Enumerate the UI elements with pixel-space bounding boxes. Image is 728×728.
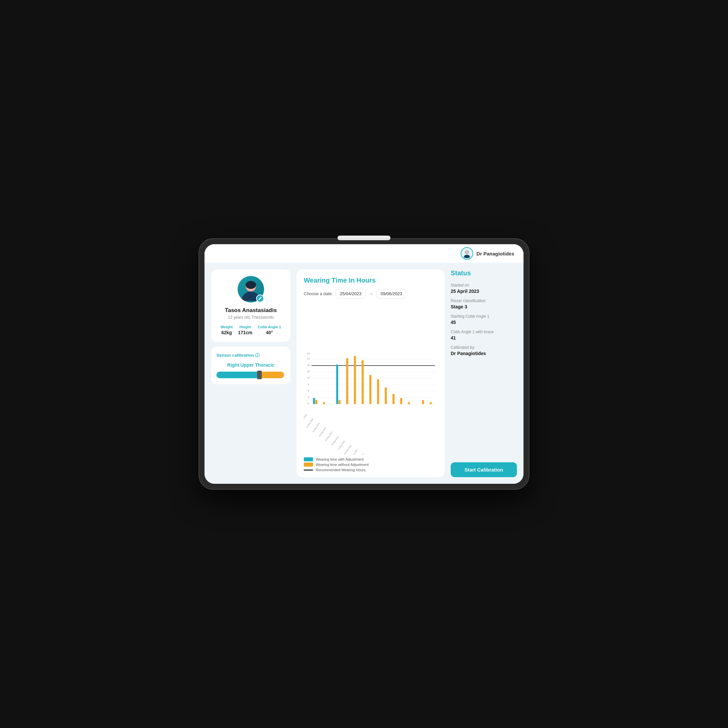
svg-rect-29 xyxy=(336,365,338,404)
started-label: Started on xyxy=(451,283,517,288)
svg-rect-27 xyxy=(315,400,317,404)
status-calibrated: Calibrated by: Dr Panagiotides xyxy=(451,345,517,356)
stat-weight: Weight 62kg xyxy=(221,325,232,335)
svg-text:22 May 2023: 22 May 2023 xyxy=(338,440,346,450)
cobb-start-value: 45 xyxy=(451,320,517,325)
svg-rect-32 xyxy=(354,356,356,404)
legend-teal: Wearing time with Adjustment xyxy=(304,457,437,461)
chart-legend: Wearing time with Adjustment Wearing tim… xyxy=(304,457,437,472)
sensor-region: Right Upper Thoracic xyxy=(216,362,285,368)
svg-rect-39 xyxy=(408,402,410,404)
legend-black: Recommended Wearing Hours xyxy=(304,468,437,472)
status-section: Status Started on 25 April 2023 Risser c… xyxy=(451,269,517,361)
svg-text:16 May 2023: 16 May 2023 xyxy=(324,431,333,441)
svg-point-3 xyxy=(464,255,470,258)
risser-value: Stage 3 xyxy=(451,304,517,309)
started-value: 25 April 2023 xyxy=(451,289,517,294)
svg-text:13 May 2023: 13 May 2023 xyxy=(318,427,326,437)
svg-text:6: 6 xyxy=(308,390,309,392)
svg-text:21: 21 xyxy=(307,357,310,360)
legend-teal-color xyxy=(304,457,313,461)
svg-rect-37 xyxy=(393,394,395,404)
svg-rect-30 xyxy=(338,400,341,404)
legend-orange: Wearing time without Adjustment xyxy=(304,463,437,466)
stat-height: Height 171cm xyxy=(238,325,252,335)
svg-text:07 May 2023: 07 May 2023 xyxy=(306,418,314,428)
right-panel: Status Started on 25 April 2023 Risser c… xyxy=(451,269,517,477)
legend-orange-label: Wearing time without Adjustment xyxy=(316,463,369,466)
svg-text:10 May 2023: 10 May 2023 xyxy=(312,422,320,433)
right-panel-inner: Status Started on 25 April 2023 Risser c… xyxy=(451,269,517,477)
status-started: Started on 25 April 2023 xyxy=(451,283,517,294)
svg-rect-40 xyxy=(422,400,424,404)
svg-text:12: 12 xyxy=(307,376,310,379)
svg-text:24: 24 xyxy=(307,352,310,355)
pencil xyxy=(338,236,390,240)
svg-text:0: 0 xyxy=(308,402,309,405)
cobb-brace-value: 41 xyxy=(451,335,517,341)
date-picker-label: Choose a date: xyxy=(304,291,333,296)
avatar-container xyxy=(238,276,264,303)
weight-value: 62kg xyxy=(222,330,232,335)
svg-rect-33 xyxy=(362,360,364,404)
sensor-bar[interactable] xyxy=(216,372,285,378)
svg-text:15: 15 xyxy=(307,370,310,373)
svg-rect-26 xyxy=(313,398,315,404)
chart-area: 0 3 6 9 12 15 18 21 24 xyxy=(304,304,437,455)
patient-name: Tasos Anastasiadis xyxy=(225,307,277,314)
risser-label: Risser classification xyxy=(451,298,517,303)
patient-card: Tasos Anastasiadis 12 years old, Thessal… xyxy=(211,269,291,342)
cobb-value: 40° xyxy=(266,330,273,335)
patient-stats: Weight 62kg Height 171cm Cobb Angle 1 40… xyxy=(216,325,285,335)
cobb-label: Cobb Angle 1 xyxy=(258,325,281,329)
svg-rect-31 xyxy=(346,358,348,404)
svg-text:31 May 2023: 31 May 2023 xyxy=(356,453,364,455)
calibrated-label: Calibrated by: xyxy=(451,345,517,350)
svg-rect-38 xyxy=(400,398,402,404)
svg-rect-36 xyxy=(385,387,387,404)
svg-point-7 xyxy=(246,281,256,289)
doctor-info: Dr Panagiotides xyxy=(460,247,514,260)
svg-rect-34 xyxy=(369,375,371,404)
svg-rect-41 xyxy=(430,402,432,404)
svg-text:18: 18 xyxy=(307,364,310,366)
header: Dr Panagiotides xyxy=(205,244,523,263)
legend-black-line xyxy=(304,470,313,471)
legend-orange-color xyxy=(304,463,313,466)
status-cobb-start: Starting Cobb Angle 1 45 xyxy=(451,314,517,325)
svg-point-2 xyxy=(465,251,469,254)
svg-rect-28 xyxy=(323,402,325,404)
patient-age-location: 12 years old, Thessaloniki xyxy=(228,315,274,320)
height-value: 171cm xyxy=(238,330,252,335)
calibrated-value: Dr Panagiotides xyxy=(451,351,517,356)
edit-badge[interactable] xyxy=(256,295,264,303)
tablet-device: Dr Panagiotides xyxy=(199,238,529,490)
svg-text:25 May 2023: 25 May 2023 xyxy=(344,444,352,455)
doctor-name-label: Dr Panagiotides xyxy=(477,251,514,257)
sensor-card: Sensor calibration ⓘ Right Upper Thoraci… xyxy=(211,346,291,384)
svg-text:9: 9 xyxy=(308,383,309,385)
date-picker-row: Choose a date: 25/04/2023 → 09/06/2023 xyxy=(304,289,437,298)
date-from-input[interactable]: 25/04/2023 xyxy=(335,289,366,298)
start-calibration-button[interactable]: Start Calibration xyxy=(451,462,517,477)
chart-title: Wearing Time In Hours xyxy=(304,277,437,284)
sensor-bar-teal xyxy=(216,372,258,378)
date-to-input[interactable]: 09/06/2023 xyxy=(376,289,406,298)
legend-teal-label: Wearing time with Adjustment xyxy=(316,457,364,461)
svg-text:19 May 2023: 19 May 2023 xyxy=(331,436,339,446)
sensor-title[interactable]: Sensor calibration ⓘ xyxy=(216,352,285,358)
svg-text:3: 3 xyxy=(308,396,309,398)
cobb-start-label: Starting Cobb Angle 1 xyxy=(451,314,517,319)
svg-text:04 May 2023: 04 May 2023 xyxy=(304,414,307,424)
legend-black-label: Recommended Wearing Hours xyxy=(316,468,366,472)
date-arrow-icon: → xyxy=(368,291,373,297)
bar-chart: 0 3 6 9 12 15 18 21 24 xyxy=(304,304,437,455)
doctor-avatar xyxy=(460,247,473,260)
stat-cobb: Cobb Angle 1 40° xyxy=(258,325,281,335)
left-panel: Tasos Anastasiadis 12 years old, Thessal… xyxy=(211,269,291,477)
cobb-brace-label: Cobb Angle 1 with brace xyxy=(451,330,517,334)
chart-panel: Wearing Time In Hours Choose a date: 25/… xyxy=(297,269,445,477)
tablet-screen: Dr Panagiotides xyxy=(205,244,523,484)
sensor-handle[interactable] xyxy=(257,371,262,379)
status-risser: Risser classification Stage 3 xyxy=(451,298,517,309)
